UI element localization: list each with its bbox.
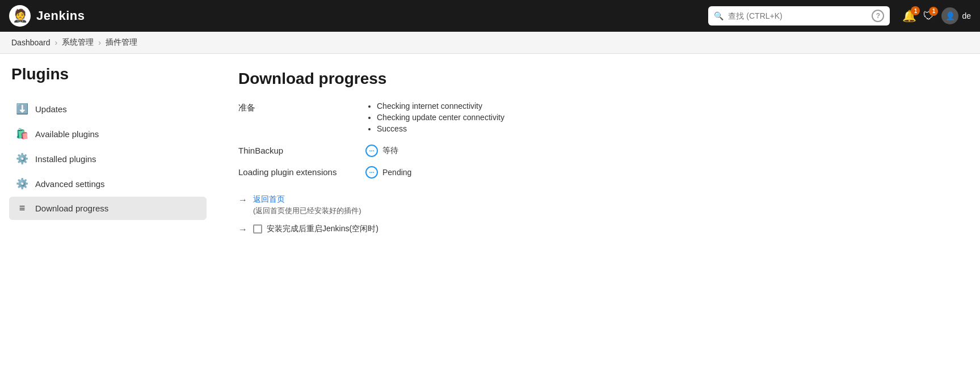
sidebar-item-download-progress[interactable]: ≡ Download progress bbox=[9, 197, 207, 220]
back-label-group: 返回首页 (返回首页使用已经安装好的插件) bbox=[253, 194, 361, 216]
breadcrumb-dashboard[interactable]: Dashboard bbox=[11, 38, 51, 47]
advanced-settings-icon: ⚙️ bbox=[16, 177, 28, 190]
breadcrumb-sep-1: › bbox=[55, 38, 58, 47]
prepare-item-2: Checking update center connectivity bbox=[377, 113, 957, 122]
logo-circle: 🤵 bbox=[9, 5, 31, 27]
extensions-pending-icon: ··· bbox=[365, 166, 378, 179]
extensions-label: Loading plugin extensions bbox=[238, 166, 352, 177]
search-help-icon[interactable]: ? bbox=[872, 10, 884, 22]
updates-icon: ⬇️ bbox=[16, 103, 28, 115]
jenkins-face-icon: 🤵 bbox=[12, 9, 28, 23]
restart-checkbox[interactable] bbox=[253, 224, 262, 234]
page-title: Download progress bbox=[238, 70, 957, 88]
app-title: Jenkins bbox=[36, 9, 85, 23]
main-layout: Plugins ⬇️ Updates 🛍️ Available plugins … bbox=[0, 54, 980, 368]
sidebar-item-label: Installed plugins bbox=[35, 154, 96, 164]
prepare-label: 准备 bbox=[238, 101, 352, 113]
extensions-status: ··· Pending bbox=[365, 166, 411, 179]
prepare-row: 准备 Checking internet connectivity Checki… bbox=[238, 101, 957, 135]
header-icons: 🔔 1 🛡 1 👤 de bbox=[902, 7, 971, 24]
prepare-item-1: Checking internet connectivity bbox=[377, 101, 957, 111]
notification-bell[interactable]: 🔔 1 bbox=[902, 9, 916, 23]
sidebar-item-label: Updates bbox=[35, 104, 67, 114]
sidebar-item-label: Advanced settings bbox=[35, 179, 105, 189]
extensions-row: Loading plugin extensions ··· Pending bbox=[238, 166, 957, 179]
breadcrumb: Dashboard › 系统管理 › 插件管理 bbox=[0, 32, 980, 54]
download-progress-icon: ≡ bbox=[16, 202, 28, 214]
sidebar-item-label: Download progress bbox=[35, 203, 108, 213]
actions-section: → 返回首页 (返回首页使用已经安装好的插件) → 安装完成后重启Jenkins… bbox=[238, 194, 957, 235]
prepare-item-3: Success bbox=[377, 124, 957, 133]
notification-badge: 1 bbox=[911, 6, 920, 15]
security-icon-badge[interactable]: 🛡 1 bbox=[923, 10, 935, 23]
extensions-status-text: Pending bbox=[382, 168, 411, 177]
jenkins-logo[interactable]: 🤵 Jenkins bbox=[9, 5, 85, 27]
sidebar-title: Plugins bbox=[9, 65, 207, 83]
action-back-row: → 返回首页 (返回首页使用已经安装好的插件) bbox=[238, 194, 957, 216]
thinbackup-status: ··· 等待 bbox=[365, 145, 398, 157]
thinbackup-label: ThinBackup bbox=[238, 145, 352, 155]
sidebar-item-advanced-settings[interactable]: ⚙️ Advanced settings bbox=[9, 172, 207, 196]
installed-plugins-icon: ⚙️ bbox=[16, 152, 28, 165]
sidebar-item-available-plugins[interactable]: 🛍️ Available plugins bbox=[9, 122, 207, 146]
restart-label: 安装完成后重启Jenkins(空闲时) bbox=[267, 224, 378, 234]
search-input[interactable] bbox=[728, 11, 867, 20]
thinbackup-status-text: 等待 bbox=[382, 146, 398, 156]
user-menu[interactable]: 👤 de bbox=[941, 7, 971, 24]
back-sub-text: (返回首页使用已经安装好的插件) bbox=[253, 206, 361, 216]
available-plugins-icon: 🛍️ bbox=[16, 128, 28, 140]
breadcrumb-sep-2: › bbox=[98, 38, 101, 47]
restart-checkbox-row: 安装完成后重启Jenkins(空闲时) bbox=[253, 224, 378, 234]
thinbackup-pending-icon: ··· bbox=[365, 145, 378, 157]
prepare-list: Checking internet connectivity Checking … bbox=[365, 101, 957, 133]
back-arrow-icon: → bbox=[238, 195, 247, 205]
app-header: 🤵 Jenkins 🔍 ? 🔔 1 🛡 1 👤 de bbox=[0, 0, 980, 32]
back-to-home-link[interactable]: 返回首页 bbox=[253, 194, 361, 205]
user-avatar: 👤 bbox=[941, 7, 958, 24]
sidebar: Plugins ⬇️ Updates 🛍️ Available plugins … bbox=[0, 54, 216, 368]
security-badge: 1 bbox=[929, 7, 938, 16]
main-content: Download progress 准备 Checking internet c… bbox=[216, 54, 980, 368]
user-label: de bbox=[962, 11, 971, 20]
sidebar-item-label: Available plugins bbox=[35, 129, 99, 139]
thinbackup-row: ThinBackup ··· 等待 bbox=[238, 145, 957, 157]
search-icon: 🔍 bbox=[714, 11, 724, 20]
sidebar-item-installed-plugins[interactable]: ⚙️ Installed plugins bbox=[9, 147, 207, 171]
progress-section: 准备 Checking internet connectivity Checki… bbox=[238, 101, 957, 179]
search-box[interactable]: 🔍 ? bbox=[708, 6, 890, 26]
prepare-detail: Checking internet connectivity Checking … bbox=[365, 101, 957, 135]
sidebar-item-updates[interactable]: ⬇️ Updates bbox=[9, 97, 207, 121]
breadcrumb-plugin-mgmt[interactable]: 插件管理 bbox=[106, 37, 137, 48]
restart-arrow-icon: → bbox=[238, 224, 247, 235]
breadcrumb-system-admin[interactable]: 系统管理 bbox=[62, 37, 94, 48]
action-restart-row: → 安装完成后重启Jenkins(空闲时) bbox=[238, 224, 957, 235]
